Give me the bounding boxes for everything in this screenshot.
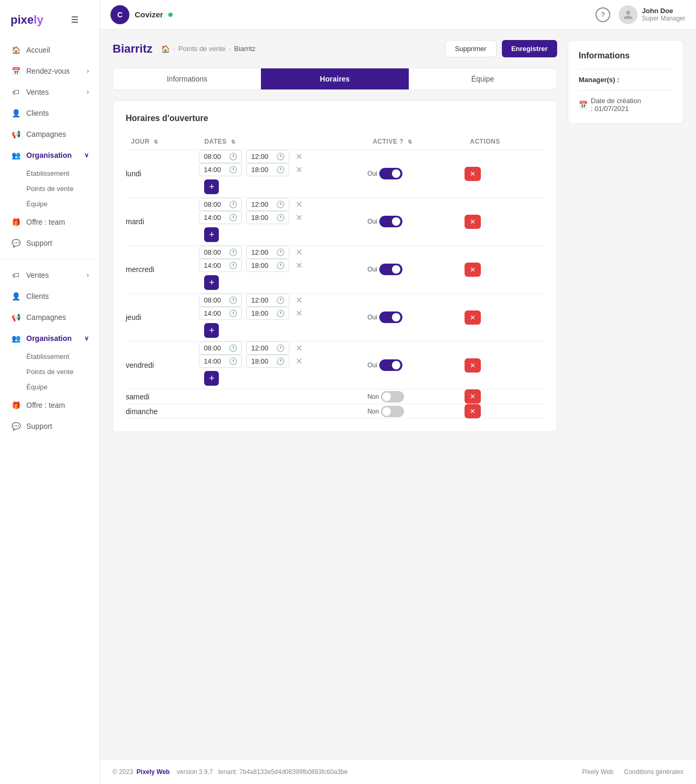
start-time-input[interactable] (204, 200, 227, 208)
start-time-input[interactable] (204, 166, 227, 174)
help-button[interactable]: ? (596, 7, 610, 22)
col-jour[interactable]: JOUR ⇅ (126, 134, 199, 150)
clock-icon: 🕐 (229, 200, 237, 208)
remove-slot-button[interactable]: ✕ (294, 295, 305, 305)
delete-day-button[interactable]: ✕ (465, 358, 481, 373)
end-time-input[interactable] (251, 344, 274, 352)
tab-equipe[interactable]: Équipe (409, 68, 557, 89)
delete-day-button[interactable]: ✕ (465, 389, 481, 404)
sidebar-nav: 🏠 Accueil 📅 Rendez-vous › 🏷 Ventes › 👤 C… (0, 39, 99, 773)
remove-slot-button[interactable]: ✕ (294, 247, 305, 257)
footer-version: version 3.9.7 (177, 768, 213, 776)
sidebar-item-etablissement2[interactable]: Établissement (26, 349, 99, 364)
sidebar-item-clients[interactable]: 👤 Clients (0, 103, 99, 124)
clock-icon: 🕐 (276, 153, 285, 160)
sidebar-item-offre-team2[interactable]: 🎁 Offre : team (0, 395, 99, 416)
delete-day-button[interactable]: ✕ (465, 310, 481, 325)
remove-slot-button[interactable]: ✕ (294, 213, 305, 223)
sidebar-item-etablissement[interactable]: Établissement (26, 166, 99, 181)
remove-slot-button[interactable]: ✕ (294, 343, 305, 353)
active-toggle[interactable] (379, 168, 402, 179)
main-wrapper: C Covizer ? John Doe Super Manager B (100, 0, 696, 784)
active-toggle[interactable] (379, 311, 402, 323)
sidebar-item-label: Campagnes (26, 130, 66, 138)
start-time-input[interactable] (204, 296, 227, 304)
end-time-input[interactable] (251, 153, 274, 160)
remove-slot-button[interactable]: ✕ (294, 165, 305, 175)
end-time-input[interactable] (251, 357, 274, 365)
delete-button[interactable]: Supprimer (445, 40, 497, 57)
start-time-input[interactable] (204, 309, 227, 317)
sidebar-item-equipe2[interactable]: Équipe (26, 379, 99, 395)
footer-link-pixely[interactable]: Pixely Web (582, 768, 613, 776)
active-toggle[interactable] (381, 391, 404, 403)
add-slot-button[interactable]: + (204, 179, 219, 194)
footer-link-conditions[interactable]: Conditions générales (624, 768, 683, 776)
sidebar-item-offre-team[interactable]: 🎁 Offre : team (0, 212, 99, 233)
header-actions: Supprimer Enregistrer (445, 40, 557, 57)
delete-day-button[interactable]: ✕ (465, 404, 481, 418)
toggle-label: Non (367, 393, 379, 400)
sidebar-item-campagnes2[interactable]: 📢 Campagnes (0, 307, 99, 328)
sidebar-item-points-de-vente2[interactable]: Points de vente (26, 364, 99, 379)
sidebar-item-organisation[interactable]: 👥 Organisation ∨ (0, 145, 99, 166)
logo: pixely (11, 13, 43, 27)
day-label-cell: vendredi (126, 341, 199, 389)
end-time-input[interactable] (251, 214, 274, 222)
sidebar-item-campagnes[interactable]: 📢 Campagnes (0, 124, 99, 145)
active-toggle[interactable] (379, 264, 402, 275)
remove-slot-button[interactable]: ✕ (294, 199, 305, 209)
sidebar-item-accueil[interactable]: 🏠 Accueil (0, 39, 99, 61)
end-time-input[interactable] (251, 200, 274, 208)
hamburger-button[interactable]: ☰ (60, 9, 89, 30)
clock-icon: 🕐 (229, 262, 237, 269)
sidebar-item-label: Support (26, 239, 52, 247)
end-time-wrap: 🕐 (246, 163, 289, 176)
end-time-input[interactable] (251, 296, 274, 304)
tab-horaires[interactable]: Horaires (261, 68, 409, 89)
col-active[interactable]: ACTIVE ? ⇅ (367, 134, 465, 150)
end-time-input[interactable] (251, 166, 274, 174)
delete-day-button[interactable]: ✕ (465, 167, 481, 181)
start-time-input[interactable] (204, 248, 227, 256)
end-time-input[interactable] (251, 248, 274, 256)
sidebar-item-rendez-vous[interactable]: 📅 Rendez-vous › (0, 61, 99, 82)
delete-day-button[interactable]: ✕ (465, 215, 481, 229)
page-title: Biarritz (113, 42, 153, 56)
sidebar-item-organisation2[interactable]: 👥 Organisation ∨ (0, 328, 99, 349)
col-dates[interactable]: DATES ⇅ (199, 134, 367, 150)
active-toggle[interactable] (379, 359, 402, 371)
remove-slot-button[interactable]: ✕ (294, 260, 305, 270)
tab-informations[interactable]: Informations (113, 68, 261, 89)
toggle-wrap: Oui (367, 311, 465, 323)
remove-slot-button[interactable]: ✕ (294, 356, 305, 366)
remove-slot-button[interactable]: ✕ (294, 308, 305, 318)
add-slot-button[interactable]: + (204, 371, 219, 386)
sidebar-item-equipe[interactable]: Équipe (26, 196, 99, 212)
home-breadcrumb-icon[interactable]: 🏠 (161, 45, 170, 53)
active-toggle[interactable] (379, 216, 402, 227)
start-time-input[interactable] (204, 357, 227, 365)
sidebar-item-support[interactable]: 💬 Support (0, 233, 99, 254)
sidebar-item-support2[interactable]: 💬 Support (0, 416, 99, 437)
add-slot-button[interactable]: + (204, 323, 219, 338)
remove-slot-button[interactable]: ✕ (294, 152, 305, 162)
start-time-input[interactable] (204, 344, 227, 352)
sidebar-item-clients2[interactable]: 👤 Clients (0, 286, 99, 307)
end-time-input[interactable] (251, 262, 274, 269)
start-time-input[interactable] (204, 214, 227, 222)
delete-day-button[interactable]: ✕ (465, 263, 481, 277)
end-time-input[interactable] (251, 309, 274, 317)
clock-icon: 🕐 (276, 262, 285, 269)
start-time-input[interactable] (204, 153, 227, 160)
sidebar-item-ventes[interactable]: 🏷 Ventes › (0, 82, 99, 103)
sidebar-item-ventes2[interactable]: 🏷 Ventes › (0, 265, 99, 286)
sidebar-item-points-de-vente[interactable]: Points de vente (26, 181, 99, 196)
add-slot-button[interactable]: + (204, 275, 219, 290)
breadcrumb-link-points[interactable]: Points de vente (178, 45, 226, 53)
active-toggle[interactable] (381, 406, 404, 417)
sidebar: pixely ☰ 🏠 Accueil 📅 Rendez-vous › 🏷 Ven… (0, 0, 100, 784)
start-time-input[interactable] (204, 262, 227, 269)
add-slot-button[interactable]: + (204, 227, 219, 242)
save-button[interactable]: Enregistrer (502, 40, 557, 57)
